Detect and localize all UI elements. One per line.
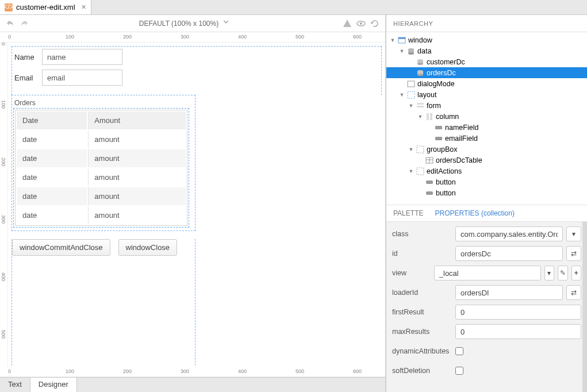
swap-icon[interactable]: ⇄ (566, 285, 581, 300)
tree-twisty[interactable]: ▼ (408, 147, 414, 152)
name-field[interactable] (42, 49, 122, 65)
table-row[interactable]: dateamount (17, 130, 186, 148)
tree-item-label: groupBox (427, 145, 458, 153)
hierarchy-tree[interactable]: ▼window▼datacustomerDcordersDcdialogMode… (386, 32, 587, 205)
tree-item-emailField[interactable]: emailField (386, 133, 587, 144)
table-row[interactable]: dateamount (17, 187, 186, 205)
svg-rect-18 (417, 106, 424, 107)
tree-item-label: layout (417, 91, 436, 99)
table-row[interactable]: dateamount (17, 168, 186, 186)
svg-point-11 (417, 63, 423, 65)
chevron-down-icon[interactable] (223, 19, 232, 28)
warning-icon[interactable] (343, 19, 352, 28)
svg-point-8 (408, 52, 414, 55)
chevron-down-icon[interactable]: ▾ (544, 266, 554, 280)
close-button[interactable]: windowClose (118, 239, 178, 256)
tree-item-form[interactable]: ▼form (386, 100, 587, 111)
tree-item-label: customerDc (427, 58, 465, 66)
tree-item-customerDc[interactable]: customerDc (386, 56, 587, 67)
tab-designer[interactable]: Designer (30, 378, 77, 392)
field-icon (435, 124, 443, 132)
tree-twisty[interactable]: ▼ (399, 48, 405, 54)
svg-rect-22 (435, 137, 442, 140)
undo-icon[interactable] (6, 19, 15, 28)
col-date[interactable]: Date (17, 112, 87, 129)
svg-text:</>: </> (5, 3, 13, 11)
prop-id-input[interactable] (455, 246, 563, 261)
table-row[interactable]: dateamount (17, 206, 186, 224)
close-icon[interactable]: ✕ (81, 3, 86, 11)
pencil-icon[interactable]: ✎ (558, 266, 567, 280)
selection-outline: Date Amount dateamountdateamountdateamou… (13, 108, 189, 228)
prop-loaderid-input[interactable] (455, 285, 563, 300)
zoom-label[interactable]: DEFAULT (100% x 100%) (139, 20, 218, 28)
design-canvas[interactable]: Name Email Orders Date Amount (8, 43, 385, 367)
tree-twisty[interactable]: ▼ (408, 103, 414, 109)
tree-item-button[interactable]: button (386, 187, 587, 198)
col-amount[interactable]: Amount (88, 112, 186, 129)
xml-icon: </> (5, 3, 13, 11)
tree-item-label: dialogMode (417, 80, 455, 88)
dc-icon (416, 69, 424, 77)
orders-table[interactable]: Date Amount dateamountdateamountdateamou… (15, 110, 187, 226)
dialog-icon (407, 80, 415, 88)
tree-item-window[interactable]: ▼window (386, 34, 587, 45)
prop-view-input[interactable] (434, 266, 541, 280)
tree-item-label: button (436, 189, 456, 197)
tree-twisty[interactable]: ▼ (390, 37, 396, 43)
lower-area: windowCommitAndClose windowClose (11, 239, 195, 367)
tab-palette[interactable]: PALETTE (393, 209, 423, 217)
prop-dynattr-checkbox[interactable] (455, 347, 463, 355)
prop-dynattr-label: dynamicAttributes (392, 347, 452, 355)
svg-point-3 (360, 22, 362, 25)
prop-softdel-checkbox[interactable] (455, 367, 463, 375)
prop-class-input[interactable] (455, 226, 563, 241)
tree-item-data[interactable]: ▼data (386, 45, 587, 56)
form-container: Name Email (11, 46, 382, 95)
tree-item-button[interactable]: button (386, 176, 587, 187)
svg-rect-15 (408, 81, 415, 87)
tree-twisty[interactable]: ▼ (417, 114, 423, 120)
tree-item-label: window (408, 36, 432, 44)
field-icon (435, 134, 443, 143)
table-row[interactable]: dateamount (17, 149, 186, 167)
swap-icon[interactable]: ⇄ (566, 246, 581, 261)
refresh-icon[interactable] (370, 19, 379, 28)
prop-maxresults-input[interactable] (455, 324, 581, 339)
properties-panel: class ▾ id ⇄ view ▾ ✎ + loaderId ⇄ (386, 222, 587, 392)
tree-item-column[interactable]: ▼column (386, 111, 587, 122)
email-field[interactable] (42, 70, 122, 86)
tree-item-groupBox[interactable]: ▼groupBox (386, 144, 587, 155)
tree-item-layout[interactable]: ▼layout (386, 89, 587, 100)
tree-twisty[interactable]: ▼ (399, 92, 405, 98)
prop-firstresult-input[interactable] (455, 305, 581, 320)
commit-close-button[interactable]: windowCommitAndClose (12, 239, 110, 256)
plus-icon[interactable]: + (571, 266, 581, 280)
layout-icon (407, 91, 415, 99)
tree-item-nameField[interactable]: nameField (386, 122, 587, 133)
tree-item-label: form (427, 102, 441, 110)
eye-icon[interactable] (356, 19, 366, 28)
tab-text[interactable]: Text (0, 378, 30, 392)
tab-properties[interactable]: PROPERTIES (collection) (435, 209, 515, 217)
svg-point-14 (417, 74, 423, 76)
tree-item-editActions[interactable]: ▼editActions (386, 166, 587, 176)
email-label: Email (14, 74, 37, 82)
file-tab[interactable]: </> customer-edit.xml ✕ (0, 0, 91, 14)
designer-pane: DEFAULT (100% x 100%) 010020030040050060… (0, 15, 386, 392)
tree-item-ordersDcTable[interactable]: ordersDcTable (386, 155, 587, 166)
dc-icon (416, 58, 424, 66)
tree-item-label: ordersDc (427, 69, 456, 77)
ruler-horizontal-bottom: 0100200300400500600 (0, 367, 385, 377)
properties-tabs: PALETTE PROPERTIES (collection) (386, 205, 587, 222)
tree-item-dialogMode[interactable]: dialogMode (386, 78, 587, 89)
button-icon (425, 178, 433, 186)
chevron-down-icon[interactable]: ▾ (566, 226, 581, 241)
tree-twisty[interactable]: ▼ (408, 168, 414, 174)
redo-icon[interactable] (20, 19, 29, 28)
svg-rect-17 (417, 103, 424, 105)
tree-item-ordersDc[interactable]: ordersDc (386, 67, 587, 78)
tree-item-label: ordersDcTable (436, 156, 482, 164)
prop-class-label: class (392, 230, 452, 238)
svg-rect-20 (430, 113, 432, 120)
